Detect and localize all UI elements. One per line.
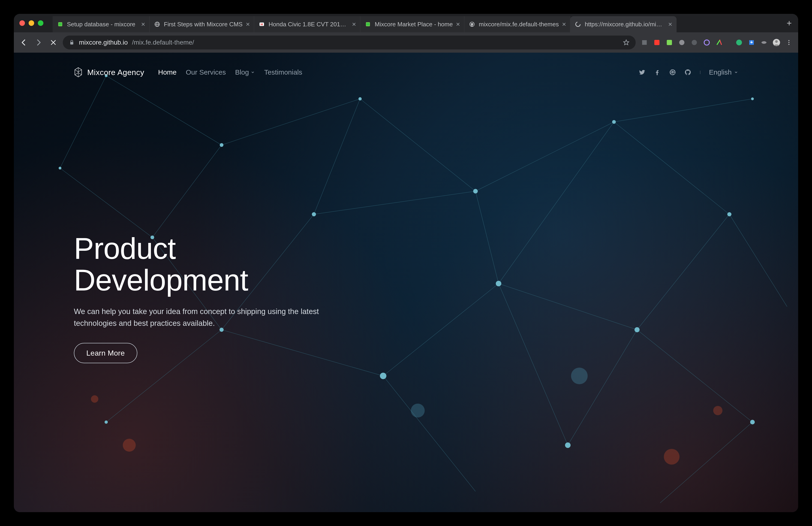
svg-point-21 [704, 40, 710, 45]
tab-close-icon[interactable]: × [141, 21, 145, 28]
nav-testimonials[interactable]: Testimonials [264, 68, 302, 76]
tab-close-icon[interactable]: × [246, 21, 250, 28]
svg-point-69 [565, 442, 570, 448]
ext-icon[interactable] [652, 38, 662, 47]
hero: Product Development We can help you take… [74, 233, 356, 363]
window-close-button[interactable] [19, 20, 25, 26]
new-tab-button[interactable]: + [783, 17, 795, 29]
svg-line-33 [614, 122, 729, 214]
tab-first-steps[interactable]: First Steps with Mixcore CMS × [149, 16, 254, 32]
svg-point-59 [612, 120, 616, 124]
ext-icon[interactable] [727, 38, 731, 47]
svg-point-26 [788, 40, 789, 41]
window-maximize-button[interactable] [38, 20, 43, 26]
svg-point-72 [123, 439, 136, 452]
svg-rect-15 [70, 42, 73, 45]
svg-line-35 [498, 284, 637, 330]
svg-point-58 [473, 189, 478, 194]
nav-services[interactable]: Our Services [186, 68, 226, 76]
bookmark-star-icon[interactable] [623, 39, 630, 46]
svg-line-32 [476, 122, 614, 191]
tab-setup-database[interactable]: Setup database - mixcore × [53, 16, 149, 32]
language-selector[interactable]: English [709, 68, 738, 76]
ext-icon[interactable] [640, 38, 649, 47]
address-bar[interactable]: mixcore.github.io/mix.fe.default-theme/ [63, 35, 636, 49]
ext-icon[interactable] [702, 38, 711, 47]
svg-point-28 [788, 44, 789, 45]
browser-window: Setup database - mixcore × First Steps w… [14, 14, 798, 512]
ext-icon[interactable] [759, 38, 769, 47]
tab-close-icon[interactable]: × [456, 21, 460, 28]
forward-button[interactable] [33, 37, 44, 48]
svg-point-14 [576, 22, 580, 27]
ext-icon[interactable] [715, 38, 724, 47]
svg-line-49 [314, 191, 476, 214]
window-minimize-button[interactable] [29, 20, 34, 26]
svg-point-27 [788, 42, 789, 43]
github-icon[interactable] [684, 69, 691, 76]
svg-point-73 [91, 395, 98, 403]
svg-point-75 [713, 406, 723, 415]
dribbble-icon[interactable] [669, 69, 676, 76]
svg-rect-2 [60, 23, 60, 26]
nav-divider: | [700, 70, 700, 74]
svg-line-48 [314, 99, 360, 214]
svg-point-68 [750, 420, 755, 424]
svg-line-40 [498, 122, 614, 284]
svg-point-20 [692, 40, 697, 45]
svg-line-36 [383, 284, 498, 376]
brand-name: Mixcore Agency [87, 68, 144, 77]
tab-current[interactable]: https://mixcore.github.io/mix.fe × [570, 16, 677, 32]
hero-title: Product Development [74, 233, 356, 296]
extensions [640, 38, 794, 47]
svg-line-31 [360, 99, 476, 191]
tab-close-icon[interactable]: × [352, 21, 356, 28]
svg-line-44 [498, 284, 568, 445]
svg-rect-1 [59, 23, 60, 26]
svg-point-22 [736, 40, 742, 45]
nav-home[interactable]: Home [158, 68, 177, 76]
ext-icon[interactable] [747, 38, 756, 47]
svg-point-65 [104, 421, 108, 424]
svg-point-76 [571, 368, 588, 384]
tab-close-icon[interactable]: × [668, 21, 672, 28]
tab-label: https://mixcore.github.io/mix.fe [585, 21, 665, 28]
tab-label: Mixcore Market Place - home [375, 21, 453, 28]
lock-icon [69, 40, 75, 45]
ext-icon[interactable] [665, 38, 674, 47]
tab-honda[interactable]: H Honda Civic 1.8E CVT 2019 - 2 × [254, 16, 360, 32]
svg-point-74 [664, 449, 680, 465]
hero-title-line2: Development [74, 263, 248, 297]
window-controls [19, 20, 43, 26]
nav-blog-label: Blog [235, 68, 249, 76]
back-button[interactable] [18, 37, 29, 48]
svg-line-52 [660, 422, 752, 503]
profile-avatar-icon[interactable] [772, 38, 781, 47]
ext-icon[interactable] [690, 38, 699, 47]
ext-icon[interactable] [735, 38, 744, 47]
svg-line-34 [637, 214, 729, 330]
twitter-icon[interactable] [639, 69, 646, 76]
learn-more-button[interactable]: Learn More [74, 343, 137, 363]
svg-rect-16 [642, 40, 647, 45]
tab-close-icon[interactable]: × [562, 21, 566, 28]
loading-favicon-icon [575, 21, 581, 28]
nav-links: Home Our Services Blog Testimonials [158, 68, 302, 76]
nav-blog[interactable]: Blog [235, 68, 255, 76]
svg-point-62 [496, 281, 501, 286]
tab-marketplace[interactable]: Mixcore Market Place - home × [360, 16, 464, 32]
svg-point-61 [635, 327, 640, 332]
facebook-icon[interactable] [654, 69, 661, 76]
svg-line-39 [476, 191, 498, 284]
svg-rect-11 [368, 23, 368, 26]
language-label: English [709, 68, 732, 76]
hero-title-line1: Product [74, 231, 176, 265]
browser-toolbar: mixcore.github.io/mix.fe.default-theme/ [14, 32, 798, 53]
tab-github-repo[interactable]: mixcore/mix.fe.default-themes × [464, 16, 570, 32]
svg-point-77 [411, 403, 425, 417]
browser-menu-icon[interactable] [784, 38, 794, 47]
brand[interactable]: Mixcore Agency [74, 67, 144, 77]
stop-button[interactable] [48, 37, 59, 48]
github-favicon-icon [468, 21, 476, 28]
ext-icon[interactable] [677, 38, 686, 47]
